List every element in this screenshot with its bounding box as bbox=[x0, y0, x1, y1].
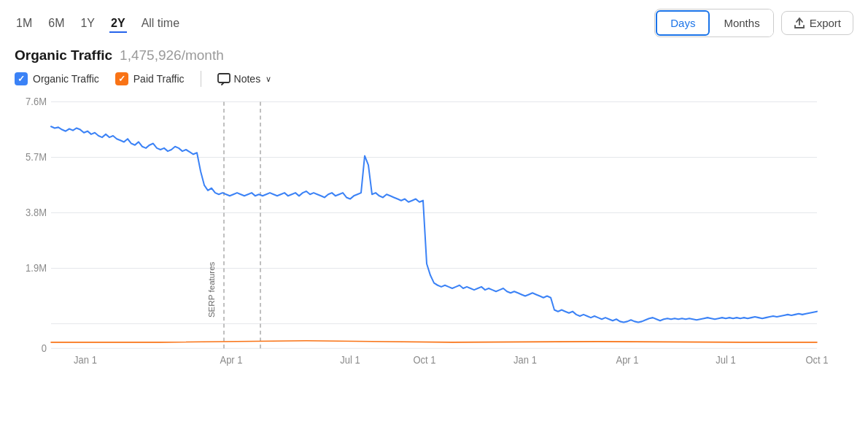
paid-traffic-legend[interactable]: ✓ Paid Traffic bbox=[115, 72, 185, 85]
paid-checkbox[interactable]: ✓ bbox=[115, 72, 128, 85]
y-label-19m: 1.9M bbox=[26, 262, 47, 273]
organic-traffic-line bbox=[51, 126, 817, 322]
filter-2y[interactable]: 2Y bbox=[109, 14, 127, 33]
organic-label: Organic Traffic bbox=[33, 73, 99, 85]
notes-label: Notes bbox=[234, 73, 261, 85]
y-label-57m: 5.7M bbox=[26, 151, 47, 162]
x-label-oct1-yr2: Oct 1 bbox=[805, 355, 828, 366]
days-toggle-btn[interactable]: Days bbox=[656, 10, 710, 36]
svg-rect-0 bbox=[218, 74, 230, 82]
toolbar: 1M 6M 1Y 2Y All time Days Months Export bbox=[15, 9, 853, 37]
chart-svg: 7.6M 5.7M 3.8M 1.9M 0 SERP features Jan … bbox=[15, 94, 853, 372]
chart-container: 7.6M 5.7M 3.8M 1.9M 0 SERP features Jan … bbox=[15, 94, 853, 372]
metric-title: Organic Traffic bbox=[15, 47, 112, 64]
x-label-jul1-yr1: Jul 1 bbox=[340, 355, 360, 366]
y-label-76m: 7.6M bbox=[26, 96, 47, 107]
y-label-38m: 3.8M bbox=[26, 207, 47, 218]
right-controls: Days Months Export bbox=[654, 9, 853, 37]
x-label-jul1-yr2: Jul 1 bbox=[716, 355, 735, 366]
filter-1y[interactable]: 1Y bbox=[79, 14, 96, 33]
days-months-toggle: Days Months bbox=[654, 9, 773, 37]
notes-button[interactable]: Notes ∨ bbox=[217, 73, 272, 85]
paid-label: Paid Traffic bbox=[133, 73, 185, 85]
organic-traffic-legend[interactable]: ✓ Organic Traffic bbox=[15, 72, 99, 85]
paid-traffic-line bbox=[51, 341, 817, 342]
legend: ✓ Organic Traffic ✓ Paid Traffic Notes ∨ bbox=[15, 71, 853, 87]
notes-icon bbox=[217, 73, 230, 85]
notes-chevron: ∨ bbox=[266, 74, 271, 84]
export-icon bbox=[794, 18, 805, 29]
filter-all-time[interactable]: All time bbox=[140, 14, 181, 33]
filter-6m[interactable]: 6M bbox=[47, 14, 66, 33]
x-label-jan1-yr1: Jan 1 bbox=[74, 355, 97, 366]
x-label-apr1-yr2: Apr 1 bbox=[616, 355, 638, 366]
time-filter-group: 1M 6M 1Y 2Y All time bbox=[15, 14, 181, 33]
annotation-label: SERP features bbox=[207, 261, 216, 318]
x-label-oct1-yr1: Oct 1 bbox=[413, 355, 435, 366]
organic-checkbox[interactable]: ✓ bbox=[15, 72, 28, 85]
metric-heading: Organic Traffic 1,475,926/month bbox=[15, 47, 853, 64]
export-button[interactable]: Export bbox=[781, 11, 853, 35]
x-label-apr1-yr1: Apr 1 bbox=[220, 355, 242, 366]
legend-divider bbox=[201, 71, 201, 87]
filter-1m[interactable]: 1M bbox=[15, 14, 34, 33]
x-label-jan1-yr2: Jan 1 bbox=[514, 355, 537, 366]
export-label: Export bbox=[810, 17, 841, 29]
months-toggle-btn[interactable]: Months bbox=[710, 9, 772, 36]
metric-value: 1,475,926/month bbox=[120, 47, 224, 64]
y-label-0: 0 bbox=[42, 342, 47, 353]
